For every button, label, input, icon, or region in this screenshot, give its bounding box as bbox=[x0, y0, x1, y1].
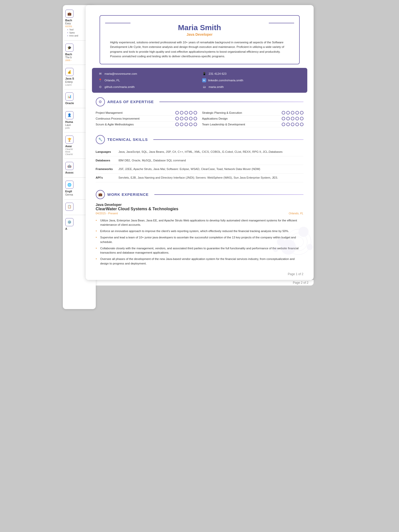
header-line-left bbox=[105, 23, 130, 23]
work-section: 💼 WORK EXPERIENCE Java Developer ClearWa… bbox=[86, 185, 314, 270]
expertise-section: ⚙ AREAS OF EXPERTISE Project Management bbox=[86, 93, 314, 130]
technical-header: 🔧 TECHNICAL SKILLS bbox=[96, 135, 303, 144]
expertise-row-3: Continuous Process Improvement bbox=[96, 116, 197, 122]
skills-value-databases: IBM DB2, Oracle, MySQL, Database SQL com… bbox=[119, 158, 303, 163]
work-line bbox=[154, 194, 303, 195]
dot bbox=[184, 117, 188, 120]
phone-icon: 📱 bbox=[202, 71, 207, 76]
skills-value-apis: Servlets, EJB, Java Naming and Directory… bbox=[119, 176, 303, 180]
expertise-label-3: Continuous Process Improvement bbox=[96, 117, 175, 120]
email-value: maria@novoresume.com bbox=[105, 72, 137, 75]
contact-location: 📍 Orlando, FL bbox=[98, 78, 197, 83]
dot bbox=[291, 117, 294, 120]
expertise-col-right: Strategic Planning & Execution Applicati… bbox=[202, 110, 303, 127]
github-icon: ⊙ bbox=[98, 85, 103, 89]
technical-section: 🔧 TECHNICAL SKILLS Languages Java, JavaS… bbox=[86, 130, 314, 185]
expertise-row-1: Project Management bbox=[96, 110, 197, 116]
contact-portfolio: 🗂 maria.smith bbox=[202, 85, 301, 89]
contact-github: ⊙ github.com/maria.smith bbox=[98, 85, 197, 89]
skill-dots-6 bbox=[282, 123, 303, 126]
contact-linkedin: in linkedin.com/in/maria.smith bbox=[202, 78, 301, 83]
skills-label-apis: API's bbox=[96, 176, 119, 180]
skills-label-frameworks: Frameworks bbox=[96, 167, 119, 171]
skills-label-databases: Databases bbox=[96, 158, 119, 163]
skills-table: Languages Java, JavaScript, SQL, Java Be… bbox=[96, 148, 303, 182]
expertise-row-2: Strategic Planning & Execution bbox=[202, 110, 303, 116]
dot bbox=[189, 111, 193, 115]
resume-name: Maria Smith bbox=[110, 23, 289, 32]
expertise-icon: ⚙ bbox=[96, 97, 105, 106]
dot bbox=[184, 123, 188, 126]
dot bbox=[295, 123, 299, 126]
expertise-header: ⚙ AREAS OF EXPERTISE bbox=[96, 97, 303, 106]
page-indicator: Page 1 of 2 bbox=[86, 270, 314, 280]
skills-value-frameworks: JSF, J2EE, Apache Struts, Java Mai; Soft… bbox=[119, 167, 303, 171]
bullet-1-4: Collaborate closely with the management,… bbox=[96, 245, 303, 256]
expertise-row-4: Applications Design bbox=[202, 116, 303, 122]
job-bullets-1: Utilize Java, Enterprise Java Bean, Java… bbox=[96, 217, 303, 267]
linkedin-icon: in bbox=[202, 78, 206, 82]
sidebar-icon-5: 👤 bbox=[65, 111, 73, 119]
expertise-label-1: Project Management bbox=[96, 111, 175, 114]
sidebar-icon-10: ⚙️ bbox=[65, 218, 73, 226]
dot bbox=[295, 117, 299, 120]
skills-value-languages: Java, JavaScript, SQL, Java Beans, JSP, … bbox=[119, 150, 303, 154]
bullet-1-2: Enforce an innovative approach to improv… bbox=[96, 228, 303, 234]
dot bbox=[180, 117, 183, 120]
sidebar-icon-2: 🎓 bbox=[65, 44, 73, 52]
sidebar-icon-3: 💰 bbox=[65, 68, 73, 76]
location-icon: 📍 bbox=[98, 78, 103, 83]
work-header: 💼 WORK EXPERIENCE bbox=[96, 190, 303, 199]
job-location-1: Orlando, FL bbox=[289, 212, 303, 215]
skills-row-languages: Languages Java, JavaScript, SQL, Java Be… bbox=[96, 148, 303, 156]
sidebar-icon-6: 🏆 bbox=[65, 136, 73, 144]
resume-header: Maria Smith Java Developer Highly experi… bbox=[100, 15, 300, 64]
svg-point-7 bbox=[307, 244, 313, 250]
dot bbox=[175, 111, 179, 115]
dot bbox=[184, 111, 188, 115]
dot bbox=[282, 111, 285, 115]
header-line-right bbox=[269, 23, 294, 23]
portfolio-icon: 🗂 bbox=[202, 85, 207, 89]
dot bbox=[286, 117, 290, 120]
contact-email: ✉ maria@novoresume.com bbox=[98, 71, 197, 76]
skill-dots-5 bbox=[175, 123, 197, 126]
dot bbox=[189, 117, 193, 120]
sidebar-icon-4: 📊 bbox=[65, 92, 73, 101]
dot bbox=[291, 123, 294, 126]
dot bbox=[300, 117, 303, 120]
dot bbox=[282, 123, 285, 126]
dot bbox=[300, 123, 303, 126]
page2-indicator: Page 2 of 2 bbox=[86, 280, 314, 286]
skills-row-apis: API's Servlets, EJB, Java Naming and Dir… bbox=[96, 174, 303, 182]
dot bbox=[180, 123, 183, 126]
technical-title: TECHNICAL SKILLS bbox=[107, 137, 151, 142]
dot bbox=[194, 117, 197, 120]
expertise-label-4: Applications Design bbox=[202, 117, 282, 120]
expertise-row-5: Scrum & Agile Methodologies bbox=[96, 122, 197, 127]
company-name-1: ClearWater Cloud Systems & Technologies bbox=[96, 207, 303, 211]
skill-dots-4 bbox=[282, 117, 303, 120]
portfolio-value: maria.smith bbox=[209, 85, 224, 88]
expertise-label-5: Scrum & Agile Methodologies bbox=[96, 123, 175, 126]
dot bbox=[282, 117, 285, 120]
dot bbox=[286, 123, 290, 126]
dot bbox=[291, 111, 294, 115]
location-value: Orlando, FL bbox=[105, 79, 120, 82]
github-value: github.com/maria.smith bbox=[105, 85, 135, 88]
email-icon: ✉ bbox=[98, 71, 103, 76]
dot bbox=[180, 111, 183, 115]
expertise-label-6: Team Leadership & Development bbox=[202, 123, 282, 126]
expertise-row-6: Team Leadership & Development bbox=[202, 122, 303, 127]
skill-dots-2 bbox=[282, 111, 303, 115]
dot bbox=[300, 111, 303, 115]
expertise-col-left: Project Management Continuous Process Im… bbox=[96, 110, 197, 127]
expertise-line bbox=[159, 102, 303, 102]
dot bbox=[175, 123, 179, 126]
contact-phone: 📱 231 4124 623 bbox=[202, 71, 301, 76]
resume-job-title: Java Developer bbox=[110, 32, 289, 36]
sidebar-icon-7: 🤖 bbox=[65, 162, 73, 170]
dot bbox=[194, 111, 197, 115]
job-entry-1: Java Developer ClearWater Cloud Systems … bbox=[96, 203, 303, 267]
skills-row-databases: Databases IBM DB2, Oracle, MySQL, Databa… bbox=[96, 156, 303, 165]
